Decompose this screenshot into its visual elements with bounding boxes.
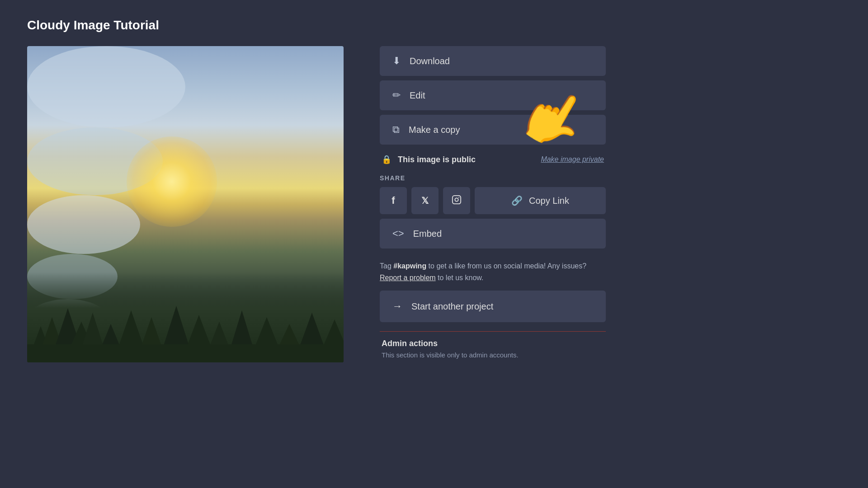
download-icon: ⬇ bbox=[392, 55, 401, 67]
tag-info: Tag #kapwing to get a like from us on so… bbox=[380, 260, 606, 283]
start-project-button[interactable]: → Start another project bbox=[380, 291, 606, 322]
copy-icon: ⧉ bbox=[392, 124, 400, 136]
admin-divider bbox=[380, 331, 606, 332]
make-copy-button[interactable]: ⧉ Make a copy bbox=[380, 115, 606, 145]
copy-link-button[interactable]: 🔗 Copy Link bbox=[475, 187, 606, 214]
make-private-link[interactable]: Make image private bbox=[541, 155, 604, 164]
admin-section: Admin actions This section is visible on… bbox=[380, 339, 606, 359]
instagram-button[interactable] bbox=[443, 187, 470, 214]
embed-icon: <> bbox=[392, 228, 404, 239]
public-status-text: This image is public bbox=[398, 155, 476, 164]
edit-icon: ✏ bbox=[392, 89, 401, 101]
public-status-left: 🔒 This image is public bbox=[382, 155, 476, 164]
link-icon: 🔗 bbox=[511, 195, 523, 206]
facebook-button[interactable]: f bbox=[380, 187, 407, 214]
svg-point-19 bbox=[458, 197, 459, 198]
twitter-icon: 𝕏 bbox=[421, 195, 429, 206]
admin-description: This section is visible only to admin ac… bbox=[382, 351, 604, 359]
instagram-icon bbox=[452, 195, 462, 207]
lock-icon: 🔒 bbox=[382, 155, 392, 164]
right-panel: ⬇ Download ✏ Edit ⧉ Make a copy 🔒 This i… bbox=[380, 46, 606, 359]
svg-point-18 bbox=[455, 198, 458, 201]
facebook-icon: f bbox=[392, 195, 395, 206]
edit-button[interactable]: ✏ Edit bbox=[380, 80, 606, 110]
admin-title: Admin actions bbox=[382, 339, 604, 348]
download-button[interactable]: ⬇ Download bbox=[380, 46, 606, 76]
public-status-row: 🔒 This image is public Make image privat… bbox=[380, 149, 606, 170]
report-problem-link[interactable]: Report a problem bbox=[380, 274, 436, 282]
share-label: SHARE bbox=[380, 174, 606, 182]
page-title: Cloudy Image Tutorial bbox=[27, 18, 841, 33]
svg-rect-16 bbox=[27, 344, 344, 362]
main-image bbox=[27, 46, 344, 362]
svg-rect-17 bbox=[453, 195, 461, 203]
arrow-icon: → bbox=[392, 300, 402, 312]
twitter-button[interactable]: 𝕏 bbox=[411, 187, 439, 214]
share-row: f 𝕏 🔗 Copy Link bbox=[380, 187, 606, 214]
embed-button[interactable]: <> Embed bbox=[380, 219, 606, 249]
